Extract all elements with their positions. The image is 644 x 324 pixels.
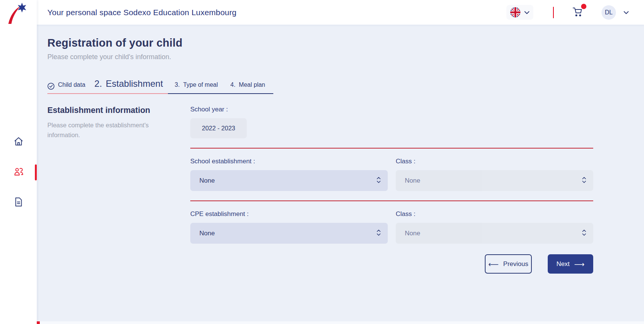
horizontal-scrollbar[interactable] (37, 321, 644, 324)
step-label: Child data (58, 81, 85, 88)
cart-notification-badge (581, 4, 586, 9)
uk-flag-icon (510, 7, 520, 17)
sidebar-nav (0, 127, 37, 218)
section-subtitle: Please complete the establishment's info… (47, 121, 164, 140)
arrow-right-icon: ⟶ (574, 261, 584, 268)
step-type-of-meal[interactable]: 3. Type of meal (175, 81, 218, 88)
chevron-down-icon (524, 9, 530, 16)
school-year-value: 2022 - 2023 (190, 118, 247, 138)
school-establishment-select[interactable]: None (190, 170, 388, 191)
user-menu[interactable]: DL (602, 5, 629, 20)
header-title: Your personal space Sodexo Education Lux… (47, 8, 237, 17)
section-title: Establishment information (47, 106, 164, 115)
header-controls: DL (506, 5, 629, 20)
avatar: DL (602, 5, 616, 20)
home-icon (14, 136, 24, 148)
step-label: Meal plan (239, 81, 265, 88)
steps-remaining-underline (168, 93, 273, 94)
page-title: Registration of your child (47, 37, 593, 49)
language-selector[interactable] (506, 5, 533, 20)
sodexo-logo-icon (5, 2, 29, 25)
step-label: Establishment (106, 78, 163, 89)
cpe-class-label: Class : (396, 210, 593, 218)
cpe-establishment-select[interactable]: None (190, 223, 388, 244)
school-year-label: School year : (190, 106, 593, 113)
header: Your personal space Sodexo Education Lux… (37, 0, 644, 25)
previous-button[interactable]: ⟵ Previous (485, 254, 532, 274)
form-divider (190, 148, 593, 149)
school-class-select: None (396, 170, 593, 191)
sidebar-item-children[interactable] (0, 157, 37, 188)
cart-button[interactable] (572, 6, 583, 19)
wizard-steps: Child data 2. Establishment 3. Type of m… (47, 78, 273, 94)
cpe-class-select: None (396, 223, 593, 244)
sidebar-item-home[interactable] (0, 127, 37, 157)
arrow-left-icon: ⟵ (488, 261, 498, 268)
next-button[interactable]: Next ⟶ (548, 254, 593, 274)
establishment-form: School year : 2022 - 2023 School establi… (190, 106, 593, 274)
people-icon (13, 167, 24, 178)
cpe-establishment-label: CPE establishment : (190, 210, 388, 218)
cart-icon (572, 12, 583, 19)
check-circle-icon (47, 83, 55, 91)
step-meal-plan[interactable]: 4. Meal plan (230, 81, 265, 88)
steps-progress-underline (47, 93, 168, 94)
sidebar-item-documents[interactable] (0, 188, 37, 218)
school-class-label: Class : (396, 158, 593, 165)
app: Your personal space Sodexo Education Lux… (0, 0, 644, 324)
school-establishment-label: School establishment : (190, 158, 388, 165)
step-establishment[interactable]: 2. Establishment (94, 78, 163, 89)
main-content: Registration of your child Please comple… (37, 25, 644, 324)
step-label: Type of meal (183, 81, 218, 88)
form-divider (190, 200, 593, 201)
step-child-data[interactable]: Child data (47, 81, 85, 90)
header-divider (553, 7, 554, 18)
document-icon (14, 197, 23, 208)
scrollbar-thumb[interactable] (37, 321, 40, 324)
form-actions: ⟵ Previous Next ⟶ (190, 254, 593, 274)
section-info: Establishment information Please complet… (47, 106, 190, 274)
page-subtitle: Please complete your child's information… (47, 53, 593, 61)
sidebar (0, 0, 37, 324)
chevron-down-icon (624, 9, 629, 16)
